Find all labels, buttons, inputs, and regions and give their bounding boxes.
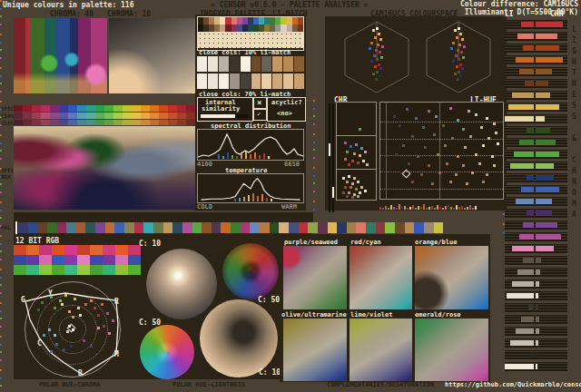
polar-dot (55, 343, 58, 346)
cluster-dot (374, 65, 377, 68)
cs0-strip-color (123, 113, 132, 119)
polar-dot (108, 332, 111, 335)
scatter-dot (493, 122, 496, 125)
chroma10-field (109, 18, 195, 93)
pal-strip-color (376, 222, 386, 233)
pal-strip-color (95, 222, 105, 233)
js0-strip-color (32, 120, 41, 125)
polar-dot (37, 309, 40, 311)
pal-cursor[interactable] (15, 221, 17, 234)
spectral-histogram (218, 150, 270, 159)
scatter-dot (402, 144, 405, 147)
spec-strip-color (32, 105, 41, 112)
scatter-dot (437, 153, 439, 156)
pal-strip-color (105, 222, 115, 233)
pal-strip-color (76, 222, 86, 233)
pal-strip-color (434, 222, 444, 233)
histogram-bar (382, 208, 384, 210)
temperature-bar (257, 196, 259, 201)
rgb-cell (39, 245, 52, 255)
chr-bar (536, 211, 552, 216)
internal-similarity-checkbox[interactable]: × (253, 97, 267, 109)
pal-strip[interactable] (18, 222, 443, 233)
polar-hue-chroma-title: POLAR HUE-CHROMA (39, 381, 100, 388)
chr-bar (536, 22, 563, 27)
chr-axis-track[interactable] (329, 103, 330, 212)
chr-axis-track2[interactable] (332, 103, 334, 212)
chroma40-label: CHROMA: 40 (50, 10, 94, 18)
js0-strip-color (186, 120, 195, 125)
histogram-bar (437, 205, 438, 210)
scatter-dot (344, 158, 347, 161)
cs0-strip-color (150, 113, 159, 119)
histogram-bar (379, 207, 381, 210)
histogram-bar (450, 207, 452, 210)
scatter-dot (468, 110, 470, 113)
js0-strip-color (95, 120, 104, 125)
cluster-dot (373, 54, 376, 57)
edge-speckle-mid (313, 100, 315, 211)
li-bar (510, 340, 534, 346)
palette-swatch (298, 17, 303, 24)
chr-box-low (336, 102, 377, 136)
scatter-dot (435, 115, 438, 118)
cs0-strip-color (168, 113, 177, 119)
li-match-swatch (241, 56, 251, 72)
chr-bar (536, 163, 554, 169)
polar-dot (97, 327, 100, 329)
li-match-swatch (197, 56, 207, 72)
pal-label: PAL (1, 224, 11, 230)
chr-bar (536, 140, 556, 145)
pal-strip-color (347, 222, 357, 233)
scatter-dot (415, 117, 418, 120)
histogram-bar (418, 206, 419, 210)
li-bar (514, 152, 534, 157)
pal-strip-color (279, 222, 289, 233)
spec-box-label-1: SPEC (1, 167, 14, 173)
pal-strip-color (231, 222, 241, 233)
js0-strip-color (41, 120, 50, 125)
scatter-dot (348, 163, 350, 166)
histogram-bar (456, 205, 458, 210)
acyclic-checkbox[interactable]: ✓ (253, 109, 267, 121)
chr-bar (536, 187, 559, 192)
chr-bar (536, 234, 561, 240)
li-bar (505, 116, 534, 122)
histogram-bar (420, 207, 422, 210)
internal-similarity-gauge (201, 114, 248, 118)
scatter-dot (346, 151, 349, 153)
polar-dot (74, 298, 76, 300)
scatter-dot (475, 113, 478, 116)
li-match-swatch (208, 74, 218, 89)
scatter-dot (420, 173, 423, 176)
li-match-swatch (272, 56, 282, 72)
cs0-strip-color (50, 113, 59, 119)
spectral-bar (222, 156, 224, 159)
histogram-bar (453, 208, 455, 210)
cluster-dot (458, 27, 460, 30)
li-bar (521, 22, 534, 27)
cluster-dot (459, 64, 462, 66)
chroma10-label: CHROMA: 10 (107, 10, 151, 18)
axis-m: M (114, 350, 119, 358)
li-bar (519, 234, 534, 240)
scatter-dot (342, 191, 345, 194)
li-match-swatch (241, 74, 251, 89)
lihue-histogram (379, 200, 502, 210)
close-cols-10-label: close cols: 10% li-match (199, 49, 290, 56)
chr-bar (536, 199, 552, 204)
scatter-dot (393, 115, 396, 118)
polar-dot (72, 316, 74, 318)
histogram-bar (423, 204, 425, 210)
li-bar (528, 305, 534, 310)
li-bar (527, 175, 534, 181)
chr-box-mid-dots (337, 136, 376, 169)
js0-strip-color (132, 120, 141, 125)
github-url-link[interactable]: https://github.com/Quickmarble/censor (445, 381, 581, 388)
pal-strip-color (241, 222, 251, 233)
pal-strip-color (250, 222, 260, 233)
spec-strip-color (77, 105, 86, 112)
spec-strip-color (186, 105, 195, 112)
lightness-chroma-vertical-label: LIGHTNESS & CHROMA (570, 25, 578, 379)
acyclic-box: acyclic? <no> (267, 97, 306, 122)
